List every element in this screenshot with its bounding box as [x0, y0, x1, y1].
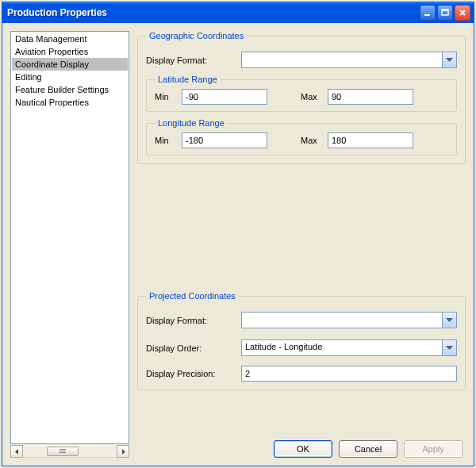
sidebar-item-feature-builder-settings[interactable]: Feature Builder Settings — [12, 83, 128, 96]
svg-marker-7 — [446, 346, 453, 350]
label-proj-display-format: Display Format: — [146, 316, 241, 325]
sidebar-item-label: Data Management — [15, 34, 87, 44]
label-display-order: Display Order: — [146, 343, 241, 353]
chevron-down-icon[interactable] — [442, 340, 456, 355]
combo-value — [242, 313, 442, 328]
label-lat-max: Max — [301, 92, 328, 102]
svg-marker-3 — [15, 449, 18, 455]
svg-marker-6 — [446, 318, 453, 322]
row-display-precision: Display Precision: — [146, 366, 457, 382]
sidebar-item-data-management[interactable]: Data Management — [12, 33, 128, 45]
row-longitude-range: Min Max — [155, 132, 448, 148]
group-legend: Geographic Coordinates — [146, 31, 247, 40]
category-list[interactable]: Data Management Aviation Properties Coor… — [10, 31, 129, 444]
main-panel: Geographic Coordinates Display Format: L… — [137, 31, 466, 458]
maximize-button[interactable] — [437, 5, 453, 21]
label-lon-min: Min — [155, 136, 182, 145]
sidebar-item-label: Coordinate Display — [15, 59, 89, 69]
input-lon-max[interactable] — [328, 132, 413, 148]
window: Production Properties Data Management Av… — [2, 2, 474, 466]
combo-value: Latitude - Longitude — [242, 340, 442, 355]
group-legend: Latitude Range — [155, 75, 221, 84]
input-lat-max[interactable] — [328, 89, 413, 105]
combo-proj-display-format[interactable] — [241, 312, 457, 328]
combo-display-order[interactable]: Latitude - Longitude — [241, 339, 457, 356]
combo-geo-display-format[interactable] — [241, 52, 457, 68]
input-display-precision[interactable] — [241, 366, 457, 382]
scroll-right-button[interactable] — [117, 445, 129, 458]
input-lat-min[interactable] — [182, 89, 267, 105]
svg-marker-4 — [122, 449, 125, 455]
dialog-buttons: OK Cancel Apply — [137, 434, 466, 458]
ok-button[interactable]: OK — [274, 440, 332, 458]
sidebar-item-nautical-properties[interactable]: Nautical Properties — [12, 96, 128, 109]
close-button[interactable] — [455, 5, 470, 21]
row-proj-display-format: Display Format: — [146, 312, 457, 328]
group-legend: Longitude Range — [155, 118, 228, 128]
group-longitude-range: Longitude Range Min Max — [146, 118, 457, 155]
titlebar: Production Properties — [2, 2, 474, 23]
sidebar-item-label: Nautical Properties — [15, 98, 89, 107]
scroll-left-button[interactable] — [10, 445, 23, 458]
sidebar-hscrollbar[interactable] — [10, 445, 129, 458]
svg-rect-0 — [424, 14, 430, 16]
sidebar-item-label: Feature Builder Settings — [15, 85, 109, 94]
group-geographic-coordinates: Geographic Coordinates Display Format: L… — [137, 31, 466, 164]
combo-value — [242, 52, 442, 67]
sidebar-item-label: Aviation Properties — [15, 47, 88, 56]
label-geo-display-format: Display Format: — [146, 56, 241, 65]
spacer — [137, 172, 466, 291]
input-lon-min[interactable] — [182, 132, 267, 148]
client-area: Data Management Aviation Properties Coor… — [2, 23, 474, 466]
scroll-track[interactable] — [23, 445, 117, 458]
group-latitude-range: Latitude Range Min Max — [146, 75, 457, 112]
label-lat-min: Min — [155, 92, 182, 102]
sidebar: Data Management Aviation Properties Coor… — [10, 31, 129, 458]
sidebar-item-editing[interactable]: Editing — [12, 71, 128, 83]
apply-button: Apply — [404, 440, 463, 458]
label-display-precision: Display Precision: — [146, 369, 241, 378]
sidebar-item-label: Editing — [15, 72, 42, 82]
label-lon-max: Max — [301, 136, 328, 145]
group-projected-coordinates: Projected Coordinates Display Format: Di… — [137, 291, 466, 390]
row-latitude-range: Min Max — [155, 89, 448, 105]
row-display-order: Display Order: Latitude - Longitude — [146, 339, 457, 356]
svg-marker-5 — [446, 58, 453, 62]
svg-rect-2 — [442, 10, 448, 11]
sidebar-item-coordinate-display[interactable]: Coordinate Display — [12, 58, 128, 71]
window-title: Production Properties — [7, 7, 107, 18]
chevron-down-icon[interactable] — [442, 52, 456, 67]
window-controls — [420, 5, 470, 21]
chevron-down-icon[interactable] — [442, 313, 456, 328]
cancel-button[interactable]: Cancel — [339, 440, 397, 458]
minimize-button[interactable] — [420, 5, 436, 21]
group-legend: Projected Coordinates — [146, 291, 239, 301]
row-geo-display-format: Display Format: — [146, 52, 457, 68]
scroll-thumb[interactable] — [47, 447, 79, 456]
content: Geographic Coordinates Display Format: L… — [137, 31, 466, 434]
sidebar-item-aviation-properties[interactable]: Aviation Properties — [12, 45, 128, 58]
